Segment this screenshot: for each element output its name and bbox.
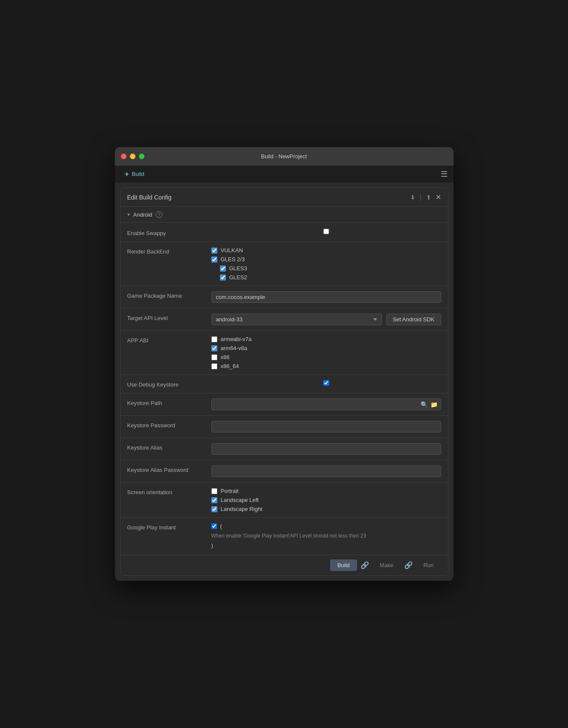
arm64-v8a-checkbox[interactable] [211, 345, 217, 351]
google-play-instant-label: Google Play Instant [127, 523, 204, 531]
folder-icon[interactable]: 📁 [430, 401, 438, 408]
keystore-path-controls: 🔍 📁 [211, 399, 441, 410]
x86-64-row: x86_64 [211, 363, 441, 369]
build-tab-label: Build [132, 171, 144, 177]
portrait-label: Portrait [221, 488, 239, 494]
gles3-checkbox[interactable] [220, 266, 226, 272]
enable-swappy-label: Enable Swappy [127, 229, 204, 236]
build-tab[interactable]: ✈ Build [121, 169, 148, 179]
keystore-password-controls [211, 421, 441, 432]
gles23-label: GLES 2/3 [221, 256, 245, 263]
chevron-down-icon[interactable]: ▾ [127, 211, 130, 217]
build-button[interactable]: Build [330, 559, 357, 571]
app-abi-label: APP ABI [127, 336, 204, 344]
gles2-checkbox[interactable] [220, 275, 226, 281]
maximize-button[interactable] [139, 154, 144, 159]
screen-orientation-controls: Portrait Landscape Left Landscape Right [211, 488, 441, 512]
close-button[interactable] [121, 154, 126, 159]
game-package-name-row: Game Package Name [120, 287, 448, 307]
keystore-alias-password-label: Keystore Alias Password [127, 465, 204, 473]
keystore-path-input-wrapper: 🔍 📁 [211, 399, 441, 410]
render-backend-row: Render BackEnd VULKAN GLES 2/3 GLES3 [120, 243, 448, 285]
armeabi-v7a-checkbox[interactable] [211, 336, 217, 342]
keystore-password-label: Keystore Password [127, 421, 204, 429]
edit-build-config-panel: Edit Build Config ⬇ | ⬆ ✕ ▾ Android ? En… [120, 187, 448, 576]
search-icon[interactable]: 🔍 [421, 401, 428, 408]
google-play-instant-controls: ( When enable 'Google Play Instant'API L… [211, 523, 441, 549]
target-api-level-select[interactable]: android-33 android-32 android-31 android… [211, 314, 382, 325]
enable-swappy-checkbox[interactable] [211, 229, 441, 234]
navbar: ✈ Build ☰ [115, 166, 454, 182]
portrait-checkbox[interactable] [211, 488, 217, 494]
keystore-path-icons: 🔍 📁 [421, 401, 438, 408]
window-title: Build - NewProject [261, 153, 307, 160]
action-bar: Build 🔗 Make 🔗 Run [120, 555, 448, 575]
keystore-alias-password-controls [211, 465, 441, 477]
target-api-level-label: Target API Level [127, 314, 204, 321]
google-play-instant-row: Google Play Instant ( When enable 'Googl… [120, 519, 448, 553]
arm64-v8a-row: arm64-v8a [211, 345, 441, 351]
render-backend-label: Render BackEnd [127, 247, 204, 255]
header-divider: | [420, 193, 421, 201]
landscape-left-checkbox[interactable] [211, 497, 217, 503]
landscape-left-row: Landscape Left [211, 497, 441, 503]
google-play-instant-note: When enable 'Google Play Instant'API Lev… [211, 532, 441, 540]
keystore-alias-row: Keystore Alias [120, 439, 448, 459]
google-play-note-open: ( [220, 523, 222, 529]
google-play-note-close: ) [211, 542, 441, 549]
keystore-password-input[interactable] [211, 421, 441, 432]
target-api-level-row: Target API Level android-33 android-32 a… [120, 309, 448, 329]
titlebar: Build - NewProject [115, 147, 454, 166]
keystore-path-input[interactable] [211, 399, 441, 410]
screen-orientation-label: Screen orientation [127, 488, 204, 495]
keystore-path-label: Keystore Path [127, 399, 204, 406]
keystore-alias-input[interactable] [211, 443, 441, 455]
panel-header: Edit Build Config ⬇ | ⬆ ✕ [120, 188, 448, 207]
gles23-row: GLES 2/3 [211, 256, 441, 263]
portrait-row: Portrait [211, 488, 441, 494]
make-link-icon[interactable]: 🔗 [404, 561, 413, 569]
build-link-icon[interactable]: 🔗 [361, 561, 369, 569]
landscape-right-checkbox[interactable] [211, 506, 217, 512]
android-label: Android [133, 211, 153, 218]
close-panel-button[interactable]: ✕ [436, 193, 441, 201]
make-button[interactable]: Make [373, 559, 401, 571]
vulkan-checkbox[interactable] [211, 248, 217, 254]
armeabi-v7a-row: armeabi-v7a [211, 336, 441, 342]
armeabi-v7a-label: armeabi-v7a [221, 336, 252, 342]
set-android-sdk-button[interactable]: Set Android SDK [386, 314, 441, 325]
landscape-right-row: Landscape Right [211, 506, 441, 512]
build-tab-icon: ✈ [124, 171, 129, 178]
x86-checkbox[interactable] [211, 354, 217, 360]
use-debug-keystore-label: Use Debug Keystore [127, 380, 204, 388]
run-button[interactable]: Run [416, 559, 441, 571]
x86-label: x86 [221, 354, 230, 360]
x86-row: x86 [211, 354, 441, 360]
keystore-path-row: Keystore Path 🔍 📁 [120, 394, 448, 414]
keystore-alias-label: Keystore Alias [127, 443, 204, 451]
panel-header-actions: ⬇ | ⬆ ✕ [410, 193, 441, 201]
gles23-checkbox[interactable] [211, 257, 217, 263]
help-icon[interactable]: ? [156, 211, 162, 218]
enable-swappy-row: Enable Swappy [120, 224, 448, 241]
hamburger-menu[interactable]: ☰ [441, 169, 448, 179]
arm64-v8a-label: arm64-v8a [221, 345, 247, 351]
screen-orientation-row: Screen orientation Portrait Landscape Le… [120, 483, 448, 517]
app-abi-row: APP ABI armeabi-v7a arm64-v8a x86 [120, 332, 448, 374]
google-play-instant-checkbox[interactable] [211, 523, 217, 529]
minimize-button[interactable] [130, 154, 135, 159]
use-debug-keystore-checkbox[interactable] [211, 380, 441, 386]
game-package-name-input[interactable] [211, 291, 441, 303]
gles3-label: GLES3 [229, 265, 247, 272]
gles3-row: GLES3 [211, 265, 441, 272]
enable-swappy-controls [211, 229, 441, 234]
x86-64-checkbox[interactable] [211, 363, 217, 369]
android-section-header: ▾ Android ? [120, 207, 448, 223]
vulkan-label: VULKAN [221, 247, 243, 254]
landscape-right-label: Landscape Right [221, 506, 263, 512]
target-api-level-dropdown-row: android-33 android-32 android-31 android… [211, 314, 441, 325]
export-icon[interactable]: ⬆ [426, 194, 431, 201]
keystore-alias-password-input[interactable] [211, 465, 441, 477]
app-abi-controls: armeabi-v7a arm64-v8a x86 x86_64 [211, 336, 441, 369]
import-icon[interactable]: ⬇ [410, 194, 415, 201]
